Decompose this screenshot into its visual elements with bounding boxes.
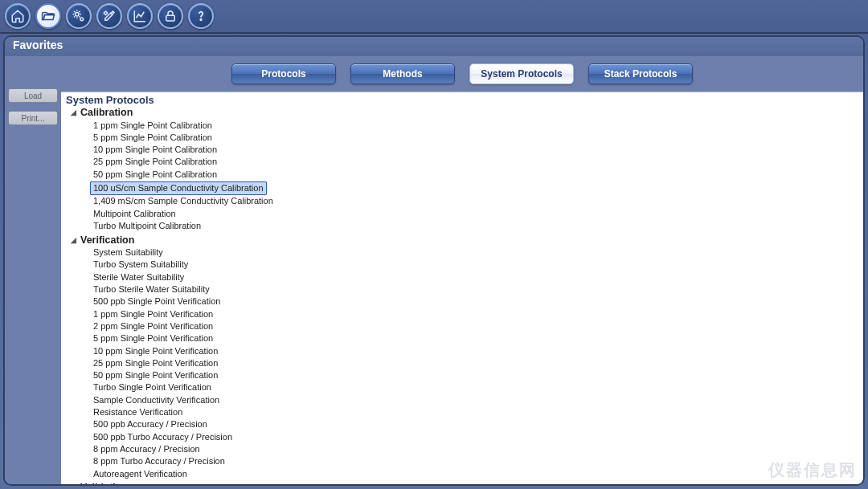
tree-item[interactable]: Turbo System Suitability	[90, 259, 863, 271]
chevron-down-icon: ◢	[69, 236, 77, 244]
tree-item[interactable]: 8 ppm Accuracy / Precision	[90, 442, 863, 454]
print-button[interactable]: Print...	[8, 111, 58, 125]
main-toolbar	[0, 0, 868, 34]
tree-item[interactable]: 25 ppm Single Point Calibration	[90, 156, 863, 168]
side-actions: Load Print...	[5, 56, 61, 484]
protocol-tree-panel: System Protocols ◢Calibration1 ppm Singl…	[61, 92, 863, 484]
tree-group-calibration: ◢Calibration1 ppm Single Point Calibrati…	[69, 106, 863, 232]
tab-protocols[interactable]: Protocols	[231, 63, 336, 84]
group-label: Validation	[80, 482, 128, 484]
tree-item[interactable]: 10 ppm Single Point Calibration	[90, 144, 863, 156]
folder-open-icon[interactable]	[35, 3, 61, 29]
tree-item[interactable]: 2 ppm Single Point Verification	[90, 320, 863, 332]
tree-item[interactable]: Resistance Verification	[90, 406, 863, 418]
chevron-down-icon: ◢	[69, 483, 77, 484]
chevron-down-icon: ◢	[69, 108, 77, 116]
panel-title: Favorites	[5, 37, 863, 56]
load-button[interactable]: Load	[8, 88, 58, 103]
tree-item[interactable]: 500 ppb Single Point Verification	[90, 295, 863, 308]
tree-item[interactable]: 100 uS/cm Sample Conductivity Calibratio…	[90, 181, 267, 194]
content-column: ProtocolsMethodsSystem ProtocolsStack Pr…	[61, 56, 863, 484]
svg-point-3	[200, 19, 202, 21]
tree-item[interactable]: 10 ppm Single Point Verification	[90, 344, 863, 357]
tree-item[interactable]: 25 ppm Single Point Verification	[90, 357, 863, 369]
group-header-verification[interactable]: ◢Verification	[69, 234, 863, 247]
panel-body: Load Print... ProtocolsMethodsSystem Pro…	[5, 56, 863, 484]
tab-strip: ProtocolsMethodsSystem ProtocolsStack Pr…	[61, 56, 863, 92]
help-icon[interactable]	[188, 3, 214, 29]
group-label: Verification	[80, 234, 134, 246]
tree-item[interactable]: Turbo Sterile Water Suitability	[90, 283, 863, 295]
tree-item[interactable]: Turbo Single Point Verification	[90, 381, 863, 393]
tree-item[interactable]: 1,409 mS/cm Sample Conductivity Calibrat…	[90, 195, 863, 207]
tree-root: ◢Calibration1 ppm Single Point Calibrati…	[61, 106, 863, 484]
tree-item[interactable]: 50 ppm Single Point Calibration	[90, 168, 863, 180]
home-icon[interactable]	[5, 3, 31, 29]
tree-item[interactable]: 8 ppm Turbo Accuracy / Precision	[90, 455, 863, 467]
group-header-calibration[interactable]: ◢Calibration	[69, 106, 863, 119]
tab-stack-protocols[interactable]: Stack Protocols	[588, 63, 693, 84]
tree-item[interactable]: Autoreagent Verification	[90, 467, 863, 479]
main-panel: Favorites Load Print... ProtocolsMethods…	[3, 35, 865, 486]
group-header-validation[interactable]: ◢Validation	[69, 481, 863, 484]
tree-item[interactable]: 5 ppm Single Point Verification	[90, 332, 863, 344]
tree-item[interactable]: Sterile Water Suitability	[90, 271, 863, 283]
tree-item[interactable]: 1 ppm Single Point Verification	[90, 308, 863, 320]
tree-group-validation: ◢ValidationRobustnessTurbo RobustnessSpe…	[69, 481, 863, 484]
tree-item[interactable]: 5 ppm Single Point Calibration	[90, 131, 863, 143]
tree-item[interactable]: Turbo Multipoint Calibration	[90, 219, 863, 231]
app-root: Favorites Load Print... ProtocolsMethods…	[0, 0, 868, 489]
lock-icon[interactable]	[158, 3, 183, 29]
tree-item[interactable]: 500 ppb Accuracy / Precision	[90, 418, 863, 430]
tree-item[interactable]: Sample Conductivity Verification	[90, 393, 863, 405]
group-items: System SuitabilityTurbo System Suitabili…	[90, 247, 863, 480]
svg-rect-2	[166, 15, 175, 21]
tree-group-verification: ◢VerificationSystem SuitabilityTurbo Sys…	[69, 234, 863, 480]
group-items: 1 ppm Single Point Calibration5 ppm Sing…	[90, 119, 863, 232]
group-label: Calibration	[80, 107, 133, 118]
svg-point-0	[76, 13, 80, 17]
chart-icon[interactable]	[127, 3, 153, 29]
tools-icon[interactable]	[96, 3, 122, 29]
gears-icon[interactable]	[66, 3, 92, 29]
tree-item[interactable]: 1 ppm Single Point Calibration	[90, 119, 863, 131]
svg-point-1	[80, 18, 84, 21]
tree-title: System Protocols	[61, 92, 863, 106]
tree-item[interactable]: 500 ppb Turbo Accuracy / Precision	[90, 430, 863, 442]
tab-system-protocols[interactable]: System Protocols	[469, 63, 574, 84]
tree-item[interactable]: 50 ppm Single Point Verification	[90, 369, 863, 381]
tree-item[interactable]: Multipoint Calibration	[90, 207, 863, 219]
tab-methods[interactable]: Methods	[350, 63, 455, 84]
tree-item[interactable]: System Suitability	[90, 247, 863, 259]
